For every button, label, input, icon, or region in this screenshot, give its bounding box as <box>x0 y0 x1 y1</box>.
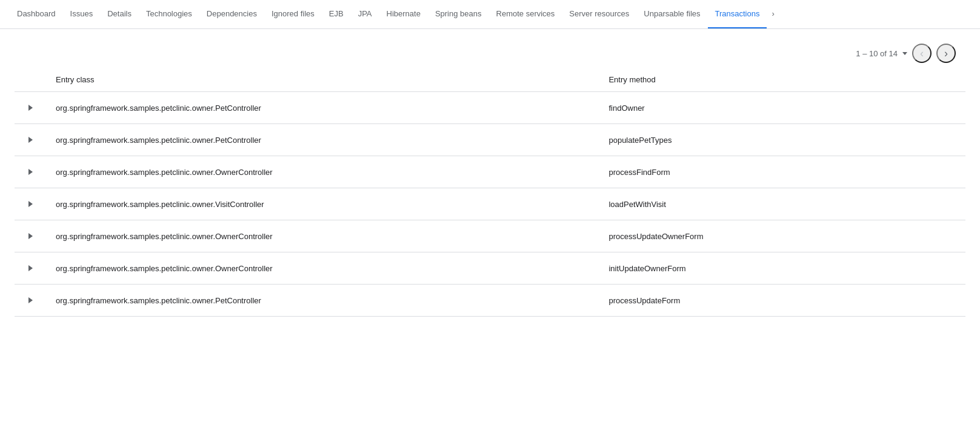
tab-unparsable-files[interactable]: Unparsable files <box>636 0 707 29</box>
chevron-right-icon <box>28 137 33 143</box>
entry-method-cell: initUpdateOwnerForm <box>599 252 965 285</box>
main-content: 1 – 10 of 14 ‹ › Entry class Entry metho… <box>0 29 980 326</box>
nav-tabs: DashboardIssuesDetailsTechnologiesDepend… <box>0 0 980 29</box>
entry-method-cell: findOwner <box>599 92 965 124</box>
expand-icon[interactable] <box>24 294 36 306</box>
chevron-right-icon <box>28 105 33 111</box>
entry-method-cell: populatePetTypes <box>599 124 965 156</box>
entry-method-cell: processUpdateForm <box>599 285 965 317</box>
tab-spring-beans[interactable]: Spring beans <box>428 0 489 29</box>
entry-class-cell: org.springframework.samples.petclinic.ow… <box>46 92 599 124</box>
table-row: org.springframework.samples.petclinic.ow… <box>15 156 965 188</box>
expand-icon[interactable] <box>24 102 36 114</box>
tab-dashboard[interactable]: Dashboard <box>10 0 63 29</box>
expand-col-header <box>15 68 46 92</box>
expand-icon[interactable] <box>24 198 36 210</box>
tab-dependencies[interactable]: Dependencies <box>199 0 264 29</box>
chevron-right-icon <box>28 169 33 175</box>
pagination-dropdown[interactable] <box>900 52 907 55</box>
pagination-prev-button[interactable]: ‹ <box>912 44 932 63</box>
pagination-next-button[interactable]: › <box>936 44 956 63</box>
table-row: org.springframework.samples.petclinic.ow… <box>15 92 965 124</box>
row-expand-cell[interactable] <box>15 124 46 156</box>
chevron-down-icon <box>902 52 907 55</box>
transactions-table: Entry class Entry method org.springframe… <box>15 68 965 317</box>
entry-method-cell: loadPetWithVisit <box>599 188 965 220</box>
table-row: org.springframework.samples.petclinic.ow… <box>15 220 965 252</box>
row-expand-cell[interactable] <box>15 220 46 252</box>
row-expand-cell[interactable] <box>15 92 46 124</box>
tab-ejb[interactable]: EJB <box>322 0 351 29</box>
entry-class-cell: org.springframework.samples.petclinic.ow… <box>46 156 599 188</box>
entry-method-cell: processUpdateOwnerForm <box>599 220 965 252</box>
entry-method-cell: processFindForm <box>599 156 965 188</box>
expand-icon[interactable] <box>24 230 36 242</box>
entry-class-cell: org.springframework.samples.petclinic.ow… <box>46 285 599 317</box>
expand-icon[interactable] <box>24 134 36 146</box>
chevron-right-icon <box>28 297 33 303</box>
entry-class-cell: org.springframework.samples.petclinic.ow… <box>46 124 599 156</box>
tab-jpa[interactable]: JPA <box>351 0 379 29</box>
table-row: org.springframework.samples.petclinic.ow… <box>15 252 965 285</box>
entry-method-col-header: Entry method <box>599 68 965 92</box>
chevron-right-icon <box>28 201 33 207</box>
entry-class-cell: org.springframework.samples.petclinic.ow… <box>46 252 599 285</box>
row-expand-cell[interactable] <box>15 285 46 317</box>
tab-transactions[interactable]: Transactions <box>708 0 767 29</box>
table-row: org.springframework.samples.petclinic.ow… <box>15 124 965 156</box>
chevron-right-icon <box>28 233 33 239</box>
tab-remote-services[interactable]: Remote services <box>489 0 562 29</box>
chevron-right-icon <box>28 265 33 271</box>
tab-issues[interactable]: Issues <box>63 0 101 29</box>
row-expand-cell[interactable] <box>15 156 46 188</box>
entry-class-cell: org.springframework.samples.petclinic.ow… <box>46 220 599 252</box>
entry-class-col-header: Entry class <box>46 68 599 92</box>
row-expand-cell[interactable] <box>15 252 46 285</box>
tabs-more-button[interactable]: › <box>767 0 779 29</box>
table-header-row: Entry class Entry method <box>15 68 965 92</box>
pagination-range: 1 – 10 of 14 <box>856 49 898 58</box>
tab-details[interactable]: Details <box>100 0 139 29</box>
expand-icon[interactable] <box>24 262 36 274</box>
tab-hibernate[interactable]: Hibernate <box>379 0 428 29</box>
tab-technologies[interactable]: Technologies <box>139 0 199 29</box>
row-expand-cell[interactable] <box>15 188 46 220</box>
tab-ignored-files[interactable]: Ignored files <box>264 0 322 29</box>
pagination-info: 1 – 10 of 14 <box>856 49 907 58</box>
entry-class-cell: org.springframework.samples.petclinic.ow… <box>46 188 599 220</box>
table-row: org.springframework.samples.petclinic.ow… <box>15 188 965 220</box>
pagination-bar: 1 – 10 of 14 ‹ › <box>15 39 965 68</box>
tab-server-resources[interactable]: Server resources <box>562 0 636 29</box>
table-row: org.springframework.samples.petclinic.ow… <box>15 285 965 317</box>
expand-icon[interactable] <box>24 166 36 178</box>
